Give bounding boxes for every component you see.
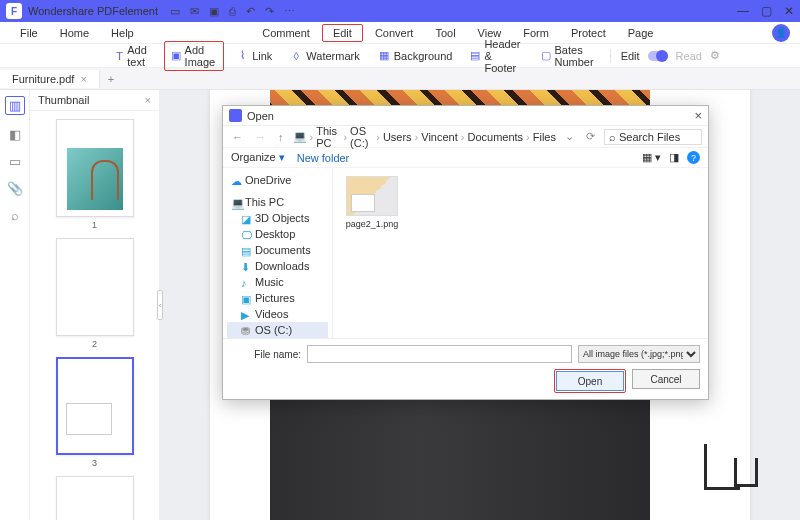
tree-downloads[interactable]: ⬇Downloads [227,258,328,274]
maximize-icon[interactable]: ▢ [761,4,772,18]
link-icon: ⌇ [236,50,248,62]
organize-menu[interactable]: Organize ▾ [231,151,285,164]
watermark-button[interactable]: ◊Watermark [284,48,365,64]
tab-label: Furniture.pdf [12,73,74,85]
pc-icon: 💻 [293,130,307,143]
more-icon[interactable]: ⋯ [284,5,295,18]
image-icon: ▣ [171,50,181,62]
titlebar: F Wondershare PDFelement ▭ ✉ ▣ ⎙ ↶ ↷ ⋯ —… [0,0,800,22]
dialog-close-icon[interactable]: × [694,108,702,123]
bookmark-rail-icon[interactable]: ◧ [9,127,21,142]
file-thumbnail [346,176,398,216]
edit-mode-label: Edit [621,50,640,62]
page-thumb-3[interactable]: 3 [56,357,134,468]
print-icon[interactable]: ⎙ [229,5,236,18]
search-icon: ⌕ [609,131,616,143]
tree-thispc[interactable]: 💻This PC [227,194,328,210]
header-footer-icon: ▤ [470,50,480,62]
file-item[interactable]: page2_1.png [341,176,403,229]
add-text-button[interactable]: TAdd text [110,42,158,70]
thumbnail-rail-icon[interactable]: ▥ [5,96,25,115]
cancel-button[interactable]: Cancel [632,369,700,389]
tree-documents[interactable]: ▤Documents [227,242,328,258]
window-controls: — ▢ ✕ [737,4,794,18]
comments-rail-icon[interactable]: ▭ [9,154,21,169]
page-thumb-1[interactable]: 1 [56,119,134,230]
menu-file[interactable]: File [10,25,48,41]
menu-page[interactable]: Page [618,25,664,41]
page-image-bottom [270,400,650,520]
separator [610,49,611,63]
help-icon[interactable]: ? [687,151,700,164]
attachment-rail-icon[interactable]: 📎 [7,181,23,196]
user-avatar-icon[interactable]: 👤 [772,24,790,42]
file-name-label: page2_1.png [346,219,399,229]
text-icon: T [116,50,123,62]
filename-input[interactable] [307,345,572,363]
menu-tool[interactable]: Tool [425,25,465,41]
menu-convert[interactable]: Convert [365,25,424,41]
mail-icon[interactable]: ✉ [190,5,199,18]
nav-back-icon[interactable]: ← [229,131,246,143]
background-icon: ▦ [378,50,390,62]
thumbnail-close-icon[interactable]: × [145,94,151,106]
edit-read-toggle[interactable] [648,51,668,61]
header-footer-button[interactable]: ▤Header & Footer [464,36,528,76]
dialog-title: Open [247,110,274,122]
search-rail-icon[interactable]: ⌕ [11,208,19,223]
tree-os-c[interactable]: ⛃OS (C:) [227,322,328,338]
file-type-filter[interactable]: All image files (*.jpg;*.png;*.tif;* [578,345,700,363]
folder-tree: ☁OneDrive 💻This PC ◪3D Objects 🖵Desktop … [223,168,333,338]
menu-edit[interactable]: Edit [322,24,363,42]
app-logo-icon: F [6,3,22,19]
thumbnail-title: Thumbnail [38,94,89,106]
left-rail: ▥ ◧ ▭ 📎 ⌕ [0,90,30,520]
background-button[interactable]: ▦Background [372,48,459,64]
app-title: Wondershare PDFelement [28,5,158,17]
menu-comment[interactable]: Comment [252,25,320,41]
page-thumb-2[interactable]: 2 [56,238,134,349]
tree-onedrive[interactable]: ☁OneDrive [227,172,328,188]
minimize-icon[interactable]: — [737,4,749,18]
undo-icon[interactable]: ↶ [246,5,255,18]
panel-collapse-handle[interactable]: ‹ [157,290,163,320]
save-icon[interactable]: ▣ [209,5,219,18]
refresh-icon[interactable]: ⟳ [583,130,598,143]
file-list[interactable]: page2_1.png [333,168,708,338]
close-icon[interactable]: ✕ [784,4,794,18]
page-thumb-4[interactable] [56,476,134,520]
document-tab[interactable]: Furniture.pdf × [0,70,100,88]
tree-videos[interactable]: ▶Videos [227,306,328,322]
open-button[interactable]: Open [556,371,624,391]
menu-protect[interactable]: Protect [561,25,616,41]
menu-help[interactable]: Help [101,25,144,41]
menu-home[interactable]: Home [50,25,99,41]
filename-label: File name: [231,349,301,360]
tree-desktop[interactable]: 🖵Desktop [227,226,328,242]
preview-pane-icon[interactable]: ◨ [669,151,679,164]
nav-fwd-icon[interactable]: → [252,131,269,143]
open-file-dialog: Open × ← → ↑ 💻 ›This PC ›OS (C:) ›Users … [222,105,709,400]
search-files-input[interactable]: ⌕Search Files [604,129,702,145]
breadcrumb[interactable]: 💻 ›This PC ›OS (C:) ›Users ›Vincent ›Doc… [293,125,557,149]
watermark-icon: ◊ [290,50,302,62]
settings-icon[interactable]: ⚙ [710,49,720,62]
new-folder-button[interactable]: New folder [297,152,350,164]
tree-3dobjects[interactable]: ◪3D Objects [227,210,328,226]
titlebar-quick-icons: ▭ ✉ ▣ ⎙ ↶ ↷ ⋯ [170,5,737,18]
view-mode-icon[interactable]: ▦ ▾ [642,151,661,164]
tab-close-icon[interactable]: × [80,73,86,85]
open-icon[interactable]: ▭ [170,5,180,18]
tree-pictures[interactable]: ▣Pictures [227,290,328,306]
crumb-dropdown-icon[interactable]: ⌄ [562,130,577,143]
new-tab-button[interactable]: + [100,73,122,85]
tree-music[interactable]: ♪Music [227,274,328,290]
redo-icon[interactable]: ↷ [265,5,274,18]
link-button[interactable]: ⌇Link [230,48,278,64]
edit-toolbar: TAdd text ▣Add Image ⌇Link ◊Watermark ▦B… [0,44,800,68]
bates-number-button[interactable]: ▢Bates Number [535,42,602,70]
add-image-button[interactable]: ▣Add Image [164,41,225,71]
bates-icon: ▢ [541,50,551,62]
nav-up-icon[interactable]: ↑ [275,131,287,143]
dialog-app-icon [229,109,242,122]
